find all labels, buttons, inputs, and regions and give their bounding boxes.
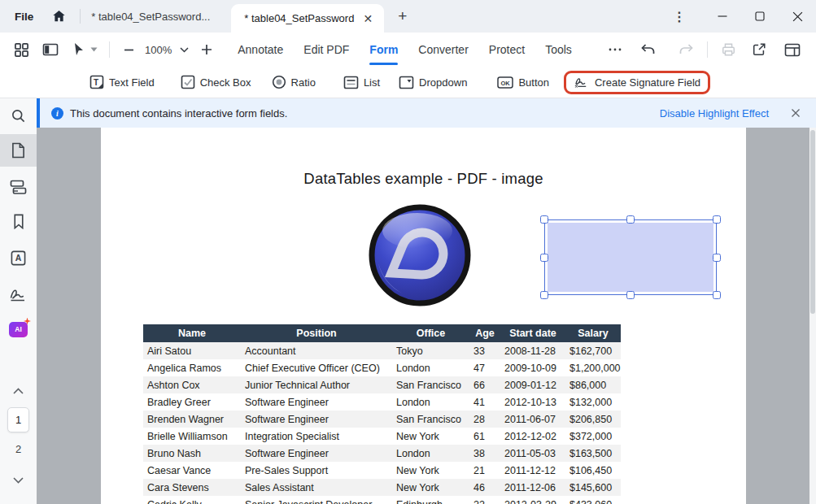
info-bar-text: This document contains interactive form …	[70, 107, 287, 119]
info-bar-accent	[37, 98, 40, 128]
resize-handle-ne[interactable]	[713, 215, 721, 224]
table-cell: Brielle Williamson	[143, 428, 241, 445]
menu-protect[interactable]: Protect	[489, 43, 525, 56]
button-tool[interactable]: OK Button	[497, 76, 549, 89]
table-cell: 38	[469, 445, 500, 462]
vertical-scrollbar[interactable]	[809, 128, 816, 504]
zoom-level-value[interactable]: 100%	[145, 44, 172, 56]
redo-icon[interactable]	[679, 43, 694, 56]
sidebar-panel-icon[interactable]	[42, 42, 59, 57]
list-tool[interactable]: List	[343, 76, 380, 89]
page-layout-icon[interactable]	[784, 43, 801, 57]
table-cell: Software Engineer	[241, 411, 392, 428]
create-signature-field-tool[interactable]: Create Signature Field	[564, 71, 710, 94]
resize-handle-n[interactable]	[626, 215, 635, 224]
table-cell: 2012-12-02	[500, 428, 565, 445]
cursor-dropdown-icon[interactable]	[90, 47, 98, 52]
scrollbar-thumb[interactable]	[810, 130, 815, 314]
table-cell: 2009-01-12	[500, 376, 565, 393]
current-page-indicator[interactable]: 1	[7, 407, 29, 432]
ai-assistant-button[interactable]: AI	[0, 313, 37, 345]
resize-handle-w[interactable]	[540, 254, 548, 262]
close-window-button[interactable]	[779, 0, 816, 33]
undo-icon[interactable]	[640, 43, 656, 56]
table-cell: 2011-12-12	[500, 462, 565, 479]
resize-handle-e[interactable]	[713, 254, 721, 262]
search-button[interactable]	[0, 99, 37, 132]
check-box-label: Check Box	[200, 76, 251, 89]
tab-close-icon[interactable]: ✕	[364, 12, 373, 25]
tab-active[interactable]: * table04_SetPassword ✕	[231, 4, 384, 33]
grid-view-icon[interactable]	[14, 42, 29, 58]
signature-panel-button[interactable]	[0, 278, 37, 311]
file-menu-button[interactable]: File	[15, 11, 33, 23]
resize-handle-se[interactable]	[713, 291, 721, 299]
table-cell: London	[392, 393, 469, 411]
table-cell: 41	[469, 393, 500, 411]
annotations-panel-button[interactable]: A	[0, 241, 37, 274]
button-label: Button	[518, 76, 549, 89]
thumbnails-panel-button[interactable]	[0, 171, 37, 203]
table-cell: $163,500	[565, 445, 621, 462]
text-field-tool[interactable]: T Text Field	[89, 75, 155, 89]
table-header-row: Name Position Office Age Start date Sala…	[143, 324, 621, 342]
previous-page-button[interactable]	[0, 375, 37, 407]
pdf-title: DataTables example - PDF - image	[101, 170, 746, 188]
table-cell: London	[392, 445, 469, 462]
home-button[interactable]	[51, 9, 67, 24]
new-tab-button[interactable]: +	[398, 7, 407, 25]
info-bar: i This document contains interactive for…	[37, 98, 816, 128]
bookmarks-panel-button[interactable]	[0, 205, 37, 237]
toolbar-divider	[109, 41, 110, 58]
table-cell: Cara Stevens	[143, 479, 241, 496]
next-page-button[interactable]	[0, 464, 37, 497]
table-cell: 2011-12-06	[500, 479, 565, 496]
table-cell: 28	[469, 411, 500, 428]
disable-highlight-link[interactable]: Disable Highlight Effect	[660, 107, 769, 119]
menu-form[interactable]: Form	[369, 43, 398, 56]
dropdown-tool[interactable]: Dropdown	[399, 76, 467, 89]
table-cell: Junior Technical Author	[241, 376, 392, 393]
table-cell: 2008-11-28	[500, 342, 565, 359]
datatables-logo	[369, 204, 471, 306]
info-icon: i	[51, 107, 63, 119]
table-cell: 2011-05-03	[500, 445, 565, 462]
signature-field[interactable]	[544, 219, 717, 295]
table-cell: 22	[469, 496, 500, 504]
minimize-button[interactable]	[704, 0, 741, 33]
resize-handle-s[interactable]	[626, 291, 635, 299]
select-cursor-icon[interactable]	[72, 42, 85, 57]
maximize-button[interactable]	[741, 0, 779, 33]
zoom-out-icon[interactable]	[124, 45, 134, 55]
share-export-icon[interactable]	[752, 42, 766, 57]
pdf-page: DataTables example - PDF - image	[101, 128, 746, 504]
table-cell: Bruno Nash	[143, 445, 241, 462]
menu-tools[interactable]: Tools	[545, 43, 572, 56]
titlebar-menu-icon[interactable]: ⋮	[673, 9, 686, 24]
page-2-label[interactable]: 2	[0, 443, 37, 455]
resize-handle-nw[interactable]	[540, 215, 548, 224]
zoom-dropdown-icon[interactable]	[180, 47, 189, 53]
print-icon[interactable]	[721, 42, 736, 57]
menu-annotate[interactable]: Annotate	[238, 43, 283, 56]
check-box-tool[interactable]: Check Box	[181, 75, 251, 89]
table-cell: London	[392, 359, 469, 376]
table-cell: 46	[469, 479, 500, 496]
info-bar-close-icon[interactable]	[791, 108, 801, 118]
dropdown-label: Dropdown	[419, 76, 467, 89]
zoom-in-icon[interactable]	[201, 44, 212, 55]
table-cell: Edinburgh	[392, 496, 469, 504]
pages-panel-button[interactable]	[0, 134, 37, 167]
table-cell: New York	[392, 479, 469, 496]
more-tools-icon[interactable]	[609, 48, 622, 51]
table-cell: San Francisco	[392, 411, 469, 428]
table-cell: Tokyo	[392, 342, 469, 359]
left-sidebar: A AI 1 2	[0, 98, 37, 504]
menu-edit-pdf[interactable]: Edit PDF	[303, 43, 349, 56]
menu-converter[interactable]: Converter	[418, 43, 468, 56]
resize-handle-sw[interactable]	[540, 291, 548, 299]
table-cell: $86,000	[565, 376, 621, 393]
radio-tool[interactable]: Ratio	[272, 75, 316, 89]
table-cell: 33	[469, 342, 500, 359]
tab-inactive[interactable]: * table04_SetPassword...	[91, 11, 223, 23]
